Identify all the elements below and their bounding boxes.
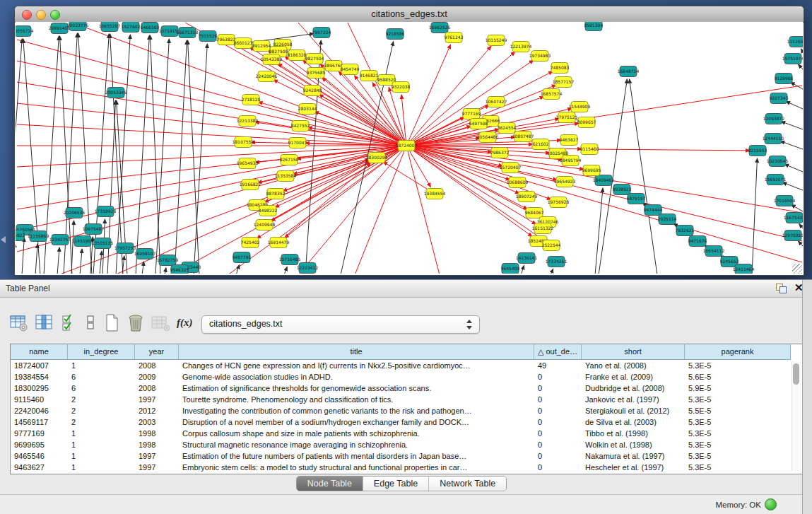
graph-node[interactable]: 20053346 xyxy=(105,88,127,98)
graph-node[interactable]: 17975125 xyxy=(556,112,578,123)
graph-node[interactable]: 6497598 xyxy=(469,119,488,129)
table-row[interactable]: 2242004622012Investigating the contribut… xyxy=(11,405,802,416)
graph-node[interactable]: 22420046 xyxy=(256,71,278,82)
graph-node[interactable]: 11126507 xyxy=(787,37,803,47)
graph-node[interactable]: 9699695 xyxy=(582,165,601,176)
graph-node[interactable]: 9115460 xyxy=(580,144,599,155)
column-header-0[interactable]: name xyxy=(11,344,68,360)
graph-node[interactable]: 17359928 xyxy=(95,206,117,217)
graph-node[interactable]: 8099657 xyxy=(577,117,596,128)
graph-node[interactable]: 621602 xyxy=(532,139,549,150)
tab-network-table[interactable]: Network Table xyxy=(428,477,506,491)
scrollbar-thumb[interactable] xyxy=(793,363,799,385)
graph-node[interactable]: 18495794 xyxy=(560,156,582,166)
graph-node[interactable]: 2522544 xyxy=(542,240,561,251)
graph-node[interactable]: 9146821 xyxy=(360,71,379,81)
graph-node[interactable]: 12444150 xyxy=(763,134,784,144)
graph-node[interactable]: 17957253 xyxy=(114,243,136,254)
graph-node[interactable]: 20564486 xyxy=(477,132,499,143)
graph-node[interactable]: 8912954 xyxy=(252,41,271,52)
graph-node[interactable]: 9827504 xyxy=(305,54,324,64)
function-builder-icon[interactable]: f(x) xyxy=(177,317,193,329)
graph-node[interactable]: 16782759 xyxy=(157,255,179,266)
new-table-icon[interactable] xyxy=(105,314,120,332)
graph-node[interactable]: 7986372 xyxy=(490,148,510,158)
table-source-dropdown[interactable]: citations_edges.txt xyxy=(201,315,480,334)
graph-node[interactable]: 8215953 xyxy=(748,146,767,156)
table-row[interactable]: 969969511998Structural magnetic resonanc… xyxy=(11,439,802,450)
graph-node[interactable]: 9546325 xyxy=(170,265,189,274)
graph-node[interactable]: 9218586 xyxy=(386,29,405,40)
table-row[interactable]: 1830029562008Estimation of significance … xyxy=(11,382,802,394)
table-row[interactable]: 1938455462009Genome-wide association stu… xyxy=(11,371,802,382)
graph-node[interactable]: 7932621 xyxy=(676,226,695,236)
graph-node[interactable]: 9129966 xyxy=(775,74,794,84)
memory-status-indicator[interactable] xyxy=(765,498,777,510)
graph-node[interactable]: 12223412 xyxy=(297,263,319,274)
delete-table-icon[interactable] xyxy=(127,314,144,332)
column-header-6[interactable]: pagerank xyxy=(685,344,791,360)
graph-node[interactable]: 9227343 xyxy=(770,93,789,104)
graph-node[interactable]: 9474444 xyxy=(644,205,663,216)
graph-node[interactable]: 8471676 xyxy=(688,236,707,247)
graph-node[interactable]: 19654933 xyxy=(237,158,259,169)
graph-node[interactable]: 16151322 xyxy=(532,223,554,234)
graph-node[interactable]: 2718120 xyxy=(242,95,261,105)
graph-node[interactable]: 15751074 xyxy=(782,54,803,64)
table-row[interactable]: 946554611997Estimation of the future num… xyxy=(11,450,802,462)
graph-node[interactable]: 9777169 xyxy=(462,109,481,119)
table-row[interactable]: 977716911998Corpus callosum shape and si… xyxy=(11,428,802,439)
graph-node[interactable]: 18577157 xyxy=(553,77,575,88)
graph-node[interactable]: 2803144 xyxy=(298,104,317,115)
graph-node[interactable]: 20206536 xyxy=(64,208,86,218)
graph-node[interactable]: 10155249 xyxy=(486,35,507,46)
graph-node[interactable]: 9761243 xyxy=(445,33,464,43)
graph-node[interactable]: 19654923 xyxy=(554,177,576,187)
graph-node[interactable]: 17334261 xyxy=(546,257,567,267)
graph-node[interactable]: 11451904 xyxy=(72,236,94,247)
graph-node[interactable]: 18409462 xyxy=(593,175,615,186)
graph-node[interactable]: 12411464 xyxy=(733,264,755,274)
graph-node[interactable]: 10975487 xyxy=(83,224,105,235)
column-header-2[interactable]: year xyxy=(135,344,179,360)
graph-node[interactable]: 7425402 xyxy=(241,238,260,248)
graph-node[interactable]: 18107553 xyxy=(233,137,254,148)
graph-node[interactable]: 3915923 xyxy=(16,230,25,241)
graph-node[interactable]: 9375685 xyxy=(307,68,326,78)
graph-node[interactable]: 7957224 xyxy=(312,28,331,38)
panel-collapse-arrow-icon[interactable] xyxy=(1,236,6,243)
graph-node[interactable]: 12213974 xyxy=(510,42,532,52)
graph-node[interactable]: 12213389 xyxy=(237,116,259,127)
graph-node[interactable]: 11353584 xyxy=(275,171,297,182)
graph-node[interactable]: 15720407 xyxy=(500,163,522,173)
graph-node[interactable]: 6879197 xyxy=(627,194,646,204)
graph-node[interactable]: 7963822 xyxy=(217,35,236,45)
graph-node[interactable]: 2935114 xyxy=(658,214,677,225)
graph-node[interactable]: 9463627 xyxy=(560,135,579,146)
graph-node[interactable]: 9457791 xyxy=(233,252,252,263)
graph-node[interactable]: 10607427 xyxy=(486,97,507,107)
network-view-window[interactable]: citations_edges.txt 20055724208914062003… xyxy=(14,6,804,276)
graph-node[interactable]: 16648754 xyxy=(618,66,640,77)
graph-node[interactable]: 18724007 xyxy=(396,141,418,151)
graph-node[interactable]: 12409948 xyxy=(254,220,276,230)
graph-node[interactable]: 16671358 xyxy=(177,28,199,38)
network-canvas[interactable]: 2005572420891406200337761065528715276026… xyxy=(16,22,803,274)
tab-edge-table[interactable]: Edge Table xyxy=(363,477,428,491)
table-row[interactable]: 911546021997Tourette syndrome. Phenomeno… xyxy=(11,394,802,405)
graph-node[interactable]: 7485083 xyxy=(551,63,570,74)
graph-node[interactable]: 8454749 xyxy=(341,64,360,75)
graph-node[interactable]: 4498222 xyxy=(259,206,278,216)
graph-node[interactable]: 16857574 xyxy=(541,89,563,100)
graph-node[interactable]: 16958107 xyxy=(134,249,156,259)
graph-node[interactable]: 12342757 xyxy=(49,235,71,245)
table-columns-icon[interactable] xyxy=(35,314,54,332)
graph-node[interactable]: 13505135 xyxy=(92,238,114,249)
graph-node[interactable]: 8581304 xyxy=(584,22,604,31)
column-header-1[interactable]: in_degree xyxy=(68,344,135,360)
graph-node[interactable]: 10543382 xyxy=(261,54,283,65)
graph-node[interactable]: 20055724 xyxy=(16,26,33,37)
graph-node[interactable]: 19756928 xyxy=(548,197,570,208)
graph-node[interactable]: 19166827 xyxy=(240,180,261,190)
graph-node[interactable]: 8427552 xyxy=(291,121,310,132)
